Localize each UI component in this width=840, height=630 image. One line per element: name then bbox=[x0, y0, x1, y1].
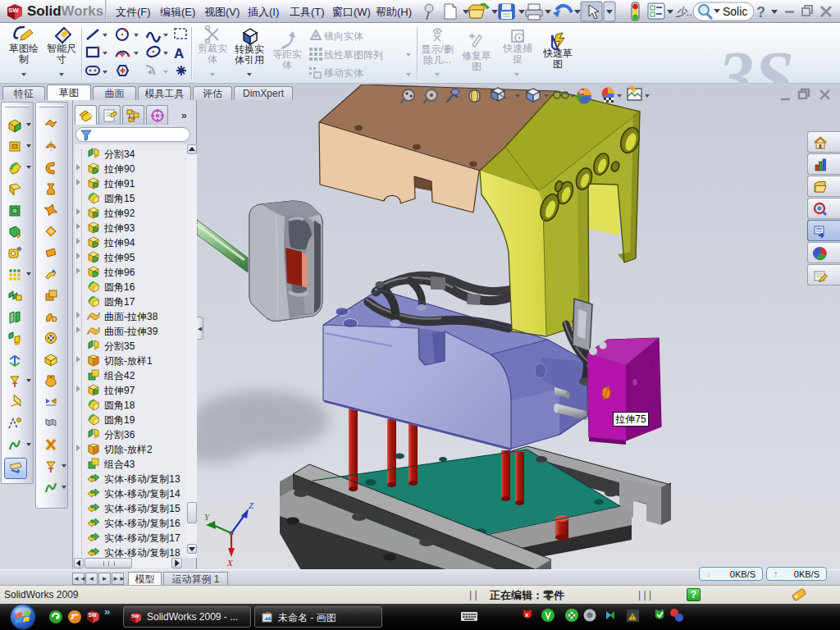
svg-text:x: x bbox=[525, 611, 529, 619]
svg-text:Y: Y bbox=[204, 512, 211, 522]
svg-text:?: ? bbox=[756, 4, 765, 21]
svg-text:A: A bbox=[174, 46, 184, 62]
svg-text:SW: SW bbox=[89, 612, 97, 618]
svg-text:Z: Z bbox=[249, 500, 254, 510]
svg-text:少..: 少.. bbox=[676, 6, 692, 18]
svg-text:!: ! bbox=[632, 614, 633, 620]
svg-text:SW: SW bbox=[8, 7, 19, 14]
svg-text:3S: 3S bbox=[717, 37, 794, 84]
svg-text:SW: SW bbox=[131, 614, 139, 619]
svg-text:X: X bbox=[226, 558, 234, 568]
svg-text:Solic: Solic bbox=[723, 5, 747, 18]
